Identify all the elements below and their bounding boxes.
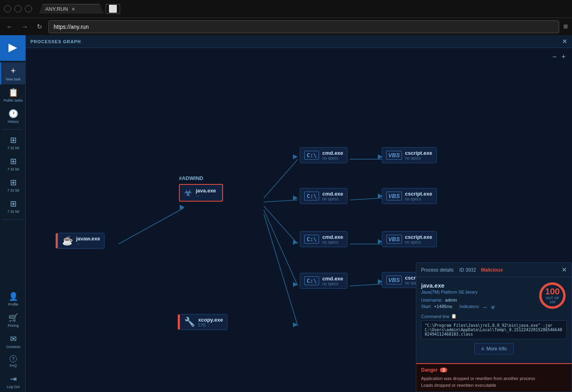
sidebar-bottom: 👤 Profile 🛒 Pricing ✉ Contacts ? FAQ ⇥ L…: [3, 288, 22, 392]
win7-icon-1: ⊞: [10, 135, 17, 145]
zoom-minus-button[interactable]: −: [552, 53, 557, 61]
sidebar-item-logout[interactable]: ⇥ Log Out: [3, 371, 22, 392]
svg-line-3: [264, 200, 298, 202]
svg-marker-0: [8, 44, 17, 52]
node-cscript3[interactable]: VBS cscript.exe no specs: [382, 231, 437, 247]
node-cmd4[interactable]: C:\ cmd.exe no specs: [300, 273, 347, 289]
sidebar-item-profile[interactable]: 👤 Profile: [3, 288, 22, 310]
cscript3-name: cscript.exe: [405, 234, 432, 240]
sidebar-label-win7-3: 7 32 bit: [7, 188, 19, 192]
sidebar-item-win7-2[interactable]: ⊞ 7 32 bit: [0, 153, 25, 174]
java-arrows: ↔: [196, 194, 216, 198]
sidebar-label-win7-2: 7 32 bit: [7, 167, 19, 171]
history-icon: 🕐: [8, 109, 18, 118]
win7-icon-4: ⊞: [10, 199, 17, 208]
node-cscript2[interactable]: VBS cscript.exe no specs: [382, 188, 437, 204]
sidebar-label-history: History: [8, 120, 19, 124]
more-info-button[interactable]: ≡ More Info: [474, 343, 514, 354]
copy-icon[interactable]: 📋: [451, 314, 457, 319]
sidebar-item-win7-4[interactable]: ⊞ 7 32 bit: [0, 196, 25, 217]
danger-section: Danger 3 Application was dropped or rewr…: [416, 363, 572, 392]
start-value: +1485ms: [434, 304, 452, 310]
zoom-plus-button[interactable]: +: [561, 53, 566, 61]
danger-count-badge: 3: [440, 368, 447, 372]
new-task-icon: +: [11, 66, 16, 76]
new-tab-button[interactable]: ⬜: [106, 4, 120, 14]
danger-header: Danger 3: [421, 367, 567, 373]
graph-canvas[interactable]: − +: [26, 48, 572, 392]
details-panel: Process details ID 3932 Malicious ✕: [416, 262, 572, 392]
sidebar-item-win7-3[interactable]: ⊞ 7 32 bit: [0, 174, 25, 196]
score-display: 100 OUT OF 100: [545, 287, 560, 304]
danger-text-2: Loads dropped or rewritten executable: [421, 382, 567, 389]
refresh-button[interactable]: ↻: [34, 22, 44, 31]
svg-line-5: [264, 210, 298, 286]
node-cscript1[interactable]: VBS cscript.exe no specs: [382, 147, 437, 163]
score-number: 100: [545, 287, 560, 296]
win7-icon-2: ⊞: [10, 156, 17, 166]
app-container: + New task 📋 Public tasks 🕐 History ⊞ 7 …: [0, 35, 572, 392]
svg-marker-13: [293, 240, 298, 245]
svg-line-6: [264, 214, 298, 326]
sidebar-item-history[interactable]: 🕐 History: [0, 106, 25, 127]
sidebar-item-public-tasks[interactable]: 📋 Public tasks: [0, 84, 25, 106]
panel-title: PROCESSES GRAPH: [30, 39, 81, 44]
sidebar-label-contacts: Contacts: [6, 345, 20, 349]
indicator-arrows-icon: ↔: [482, 304, 488, 310]
active-tab[interactable]: ANY.RUN ✕: [39, 4, 103, 14]
cscript2-icon: VBS: [386, 192, 402, 200]
pricing-icon: 🛒: [8, 313, 18, 322]
sidebar-label-profile: Profile: [8, 302, 18, 306]
svg-marker-11: [293, 154, 298, 159]
sidebar-label-win7-4: 7 32 bit: [7, 210, 19, 214]
details-header: Process details ID 3932 Malicious ✕: [416, 263, 572, 277]
details-title-label: Process details: [421, 267, 454, 273]
node-cmd2[interactable]: C:\ cmd.exe no specs: [300, 188, 347, 204]
cmd1-name: cmd.exe: [322, 150, 343, 156]
sidebar-logo[interactable]: [0, 35, 26, 61]
danger-text-1: Application was dropped or rewritten fro…: [421, 375, 567, 382]
back-button[interactable]: ←: [4, 22, 15, 31]
win-close-btn[interactable]: [4, 5, 11, 12]
panel-close-button[interactable]: ✕: [562, 38, 567, 45]
cmd-section: Command line 📋 "C:\Program Files\Java\jr…: [421, 314, 567, 339]
cmd3-sub: no specs: [322, 240, 343, 244]
indicators-label: Indicators:: [460, 304, 480, 310]
sidebar-item-win7-1[interactable]: ⊞ 7 32 bit: [0, 132, 25, 153]
browser-menu-icon[interactable]: ≡: [563, 22, 568, 31]
sidebar-item-contacts[interactable]: ✉ Contacts: [3, 331, 22, 352]
sidebar-divider-2: [2, 219, 22, 220]
java-biohazard-icon: ☣: [184, 187, 193, 198]
address-bar[interactable]: [48, 20, 559, 33]
sidebar-item-new-task[interactable]: + New task: [0, 62, 25, 84]
node-cmd3[interactable]: C:\ cmd.exe no specs: [300, 231, 347, 247]
username-label: Username:: [421, 298, 443, 302]
profile-icon: 👤: [8, 292, 18, 301]
cscript3-icon: VBS: [386, 235, 402, 244]
cmd3-icon: C:\: [304, 235, 319, 244]
details-close-button[interactable]: ✕: [562, 266, 567, 274]
node-java[interactable]: #ADWIND ☣ java.exe ↔: [179, 184, 223, 202]
xcopy-icon: 🔧: [184, 317, 195, 327]
svg-marker-14: [293, 282, 298, 287]
node-cmd1[interactable]: C:\ cmd.exe no specs: [300, 147, 347, 163]
public-tasks-icon: 📋: [8, 88, 18, 97]
sidebar-item-pricing[interactable]: 🛒 Pricing: [3, 310, 22, 331]
faq-icon: ?: [10, 355, 17, 362]
javaw-arrows: ↔: [76, 242, 100, 246]
win-maximize-btn[interactable]: [25, 5, 32, 12]
node-xcopy[interactable]: 🔧 xcopy.exe EXE ↓: [180, 314, 227, 330]
win-minimize-btn[interactable]: [14, 5, 22, 12]
cmd3-name: cmd.exe: [322, 234, 343, 240]
username-value: admin: [445, 298, 457, 302]
cscript1-name: cscript.exe: [405, 150, 432, 156]
tab-close-btn[interactable]: ✕: [71, 6, 75, 12]
node-javaw[interactable]: ☕ javaw.exe ↔: [58, 233, 104, 249]
sidebar-item-faq[interactable]: ? FAQ: [3, 352, 22, 371]
cmd1-sub: no specs: [322, 156, 343, 160]
cmd-label: Command line 📋: [421, 314, 567, 319]
cmd1-icon: C:\: [304, 151, 319, 160]
forward-button[interactable]: →: [19, 22, 30, 31]
cscript2-sub: no specs: [405, 197, 432, 201]
details-status-badge: Malicious: [481, 267, 503, 273]
